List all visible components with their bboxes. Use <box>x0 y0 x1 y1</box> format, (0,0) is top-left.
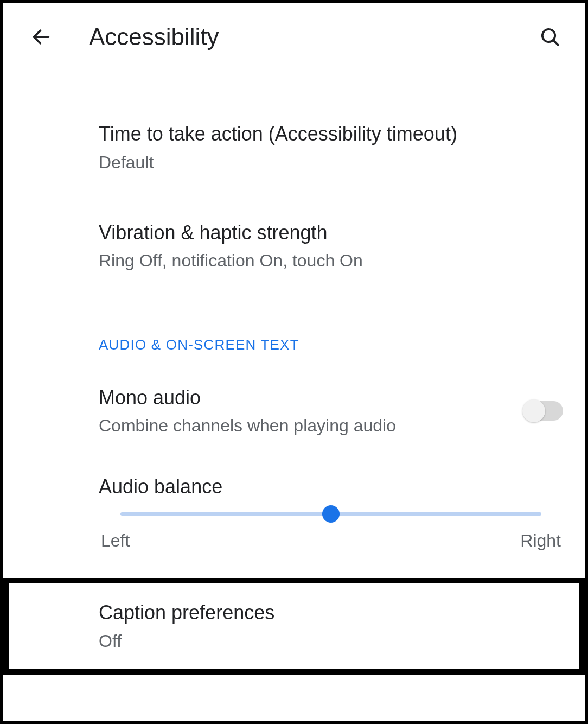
slider-thumb[interactable] <box>322 505 340 523</box>
slider-track <box>120 512 541 516</box>
setting-title: Time to take action (Accessibility timeo… <box>99 121 563 148</box>
setting-title: Mono audio <box>99 385 513 411</box>
setting-subtitle: Combine channels when playing audio <box>99 414 513 437</box>
setting-item-timeout[interactable]: Time to take action (Accessibility timeo… <box>3 71 585 197</box>
mono-audio-toggle[interactable] <box>524 401 563 421</box>
slider-label-left: Left <box>101 531 130 551</box>
section-header-audio: AUDIO & ON-SCREEN TEXT <box>3 306 585 363</box>
audio-balance-slider[interactable] <box>99 512 563 516</box>
slider-labels: Left Right <box>99 531 563 551</box>
setting-subtitle: Ring Off, notification On, touch On <box>99 249 563 272</box>
setting-item-caption-preferences[interactable]: Caption preferences Off <box>3 578 585 675</box>
settings-content: Time to take action (Accessibility timeo… <box>3 71 585 675</box>
setting-title: Audio balance <box>99 475 563 498</box>
setting-item-vibration[interactable]: Vibration & haptic strength Ring Off, no… <box>3 197 585 296</box>
setting-subtitle: Off <box>99 630 558 653</box>
setting-title: Caption preferences <box>99 600 558 626</box>
setting-item-audio-balance: Audio balance Left Right <box>3 459 585 565</box>
back-icon[interactable] <box>28 24 54 50</box>
search-icon[interactable] <box>537 24 563 50</box>
setting-subtitle: Default <box>99 151 563 174</box>
setting-item-mono-audio[interactable]: Mono audio Combine channels when playing… <box>3 363 585 460</box>
page-title: Accessibility <box>89 23 537 50</box>
app-header: Accessibility <box>3 3 585 71</box>
setting-title: Vibration & haptic strength <box>99 220 563 246</box>
svg-line-2 <box>553 40 558 45</box>
slider-label-right: Right <box>520 531 561 551</box>
toggle-thumb <box>522 399 545 422</box>
